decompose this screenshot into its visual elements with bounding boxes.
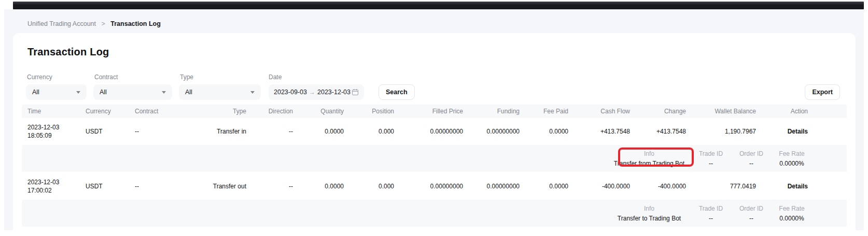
annotation-box xyxy=(618,148,694,167)
search-button[interactable]: Search xyxy=(379,84,415,100)
info-row: InfoTransfer from Trading BotTrade ID--O… xyxy=(22,145,847,172)
export-button[interactable]: Export xyxy=(805,84,840,100)
calendar-icon xyxy=(352,89,359,96)
column-header-currency: Currency xyxy=(86,108,135,115)
info-value: Transfer to Trading Bot xyxy=(608,215,691,222)
chevron-down-icon xyxy=(76,91,80,94)
info-value: -- xyxy=(691,215,731,222)
page-title: Transaction Log xyxy=(27,46,841,58)
date-start-value: 2023-09-03 xyxy=(274,89,307,96)
cell-action[interactable]: Details xyxy=(756,182,847,190)
cell-currency: USDT xyxy=(86,127,135,136)
transaction-table: TimeCurrencyContractTypeDirectionQuantit… xyxy=(22,105,847,227)
column-header-direction: Direction xyxy=(246,108,293,115)
column-header-type: Type xyxy=(187,108,246,115)
cell-wallet_balance: 1,190.7967 xyxy=(686,127,756,136)
type-filter-label: Type xyxy=(179,73,261,81)
column-header-change: Change xyxy=(630,108,686,115)
top-bar xyxy=(13,2,864,9)
date-range-picker[interactable]: 2023-09-03 → 2023-12-03 xyxy=(269,84,364,100)
info-label: Fee Rate xyxy=(772,150,812,157)
breadcrumb-separator-icon: > xyxy=(102,20,105,27)
table-row: 2023-12-0318:05:09USDT--Transfer in--0.0… xyxy=(22,118,847,145)
contract-filter-label: Contract xyxy=(93,73,172,81)
column-header-funding: Funding xyxy=(463,108,520,115)
contract-select-value: All xyxy=(100,89,107,96)
date-filter: Date 2023-09-03 → 2023-12-03 xyxy=(268,73,364,100)
contract-select[interactable]: All xyxy=(93,84,172,100)
column-header-wallet_balance: Wallet Balance xyxy=(686,108,756,115)
column-header-filled_price: Filled Price xyxy=(394,108,463,115)
arrow-right-icon: → xyxy=(309,89,315,96)
cell-time: 2023-12-0318:05:09 xyxy=(22,123,86,140)
table-row: 2023-12-0317:00:02USDT--Transfer out--0.… xyxy=(22,173,847,200)
type-select-value: All xyxy=(185,89,192,96)
column-header-action: Action xyxy=(756,108,847,115)
info-label: Trade ID xyxy=(691,150,731,157)
table-body: 2023-12-0318:05:09USDT--Transfer in--0.0… xyxy=(22,118,847,227)
cell-time: 2023-12-0317:00:02 xyxy=(22,178,86,195)
cell-fee_paid: 0.0000 xyxy=(520,182,568,190)
info-col-fee-rate: Fee Rate0.0000% xyxy=(772,205,812,222)
table-header-row: TimeCurrencyContractTypeDirectionQuantit… xyxy=(22,105,847,118)
column-header-cash_flow: Cash Flow xyxy=(568,108,630,115)
contract-filter: Contract All xyxy=(93,73,172,100)
cell-action[interactable]: Details xyxy=(756,127,847,136)
info-value: -- xyxy=(731,215,772,222)
info-col-info: InfoTransfer to Trading Bot xyxy=(608,205,691,222)
info-value: 0.0000% xyxy=(772,215,812,222)
breadcrumb-current: Transaction Log xyxy=(110,20,161,27)
cell-position: 0.000 xyxy=(344,127,394,136)
cell-fee_paid: 0.0000 xyxy=(520,127,568,136)
cell-direction: -- xyxy=(246,127,293,136)
info-row: InfoTransfer to Trading BotTrade ID--Ord… xyxy=(22,200,847,227)
breadcrumb: Unified Trading Account > Transaction Lo… xyxy=(27,20,161,27)
cell-filled_price: 0.00000000 xyxy=(394,182,463,190)
cell-filled_price: 0.00000000 xyxy=(394,127,463,136)
cell-change: -400.0000 xyxy=(630,182,686,190)
cell-type: Transfer in xyxy=(187,127,246,136)
info-label: Info xyxy=(608,205,691,212)
info-value: 0.0000% xyxy=(772,160,812,167)
type-select[interactable]: All xyxy=(179,84,261,100)
column-header-position: Position xyxy=(344,108,394,115)
info-label: Trade ID xyxy=(691,205,731,212)
cell-direction: -- xyxy=(246,182,293,190)
currency-select[interactable]: All xyxy=(26,84,87,100)
cell-contract: -- xyxy=(135,127,187,136)
cell-quantity: 0.0000 xyxy=(293,127,344,136)
info-col-fee-rate: Fee Rate0.0000% xyxy=(772,150,812,167)
info-col-trade-id: Trade ID-- xyxy=(691,150,731,167)
column-header-quantity: Quantity xyxy=(293,108,344,115)
info-label: Fee Rate xyxy=(772,205,812,212)
info-col-order-id: Order ID-- xyxy=(731,150,772,167)
cell-change: +413.7548 xyxy=(630,127,686,136)
filters-bar: Currency All Contract All Type All Date … xyxy=(26,73,841,100)
breadcrumb-parent-link[interactable]: Unified Trading Account xyxy=(27,20,96,27)
info-col-order-id: Order ID-- xyxy=(731,205,772,222)
cell-funding: 0.00000000 xyxy=(463,127,520,136)
cell-funding: 0.00000000 xyxy=(463,182,520,190)
cell-type: Transfer out xyxy=(187,182,246,190)
currency-select-value: All xyxy=(32,89,39,96)
date-end-value: 2023-12-03 xyxy=(317,89,351,96)
cell-quantity: 0.0000 xyxy=(293,182,344,190)
info-label: Order ID xyxy=(731,205,772,212)
date-filter-label: Date xyxy=(268,73,364,81)
chevron-down-icon xyxy=(162,91,166,94)
cell-position: 0.000 xyxy=(344,182,394,190)
cell-cash_flow: +413.7548 xyxy=(568,127,630,136)
currency-filter-label: Currency xyxy=(26,73,87,81)
column-header-fee_paid: Fee Paid xyxy=(520,108,568,115)
cell-wallet_balance: 777.0419 xyxy=(686,182,756,190)
info-label: Order ID xyxy=(731,150,772,157)
column-header-contract: Contract xyxy=(135,108,187,115)
column-header-time: Time xyxy=(22,108,86,115)
cell-contract: -- xyxy=(135,182,187,190)
cell-currency: USDT xyxy=(86,182,135,190)
info-value: -- xyxy=(731,160,772,167)
info-col-trade-id: Trade ID-- xyxy=(691,205,731,222)
transaction-log-card: Transaction Log Currency All Contract Al… xyxy=(13,33,856,236)
chevron-down-icon xyxy=(250,91,255,94)
info-value: -- xyxy=(691,160,731,167)
